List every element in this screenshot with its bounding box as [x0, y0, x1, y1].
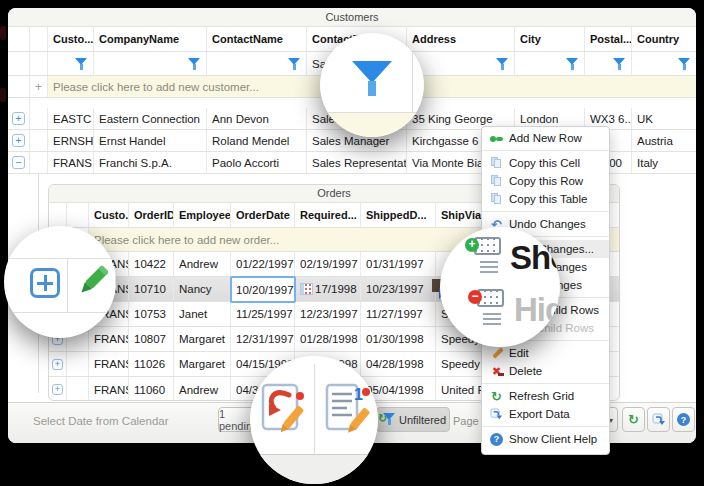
cell-customer-id[interactable]: FRANS	[89, 327, 129, 351]
background-artifact	[0, 88, 6, 102]
menu-item-export-data[interactable]: Export Data	[482, 405, 609, 423]
cell-employee[interactable]: Margaret	[174, 352, 231, 376]
cell-company-name[interactable]: Eastern Connection	[94, 108, 207, 129]
cell-employee[interactable]: Janet	[174, 302, 231, 326]
row-indicator-cell	[67, 377, 89, 401]
filter-contact-name[interactable]	[207, 52, 307, 75]
cell-order-id[interactable]: 11026	[129, 352, 174, 376]
header-contact-name[interactable]: ContactName	[207, 26, 307, 51]
cell-shipped-date[interactable]: 11/27/1997	[361, 302, 436, 326]
filter-icon[interactable]	[288, 58, 301, 70]
header-company-name[interactable]: CompanyName	[94, 26, 207, 51]
cell-order-date[interactable]: 01/22/1997	[231, 252, 295, 276]
menu-item-delete[interactable]: ✖Delete	[482, 362, 609, 380]
filter-company-name[interactable]	[94, 52, 207, 75]
header-indicator-column	[30, 26, 48, 51]
menu-item-copy-row[interactable]: Copy this Row	[482, 172, 609, 190]
filter-customer-id[interactable]	[48, 52, 94, 75]
header-postal-code[interactable]: Postal...	[585, 26, 632, 51]
addrow-indicator-cell: +	[30, 76, 48, 97]
header-country[interactable]: Country	[632, 26, 696, 51]
filter-refresh-icon: ↻	[380, 413, 395, 426]
cell-order-id[interactable]: 10807	[129, 327, 174, 351]
cell-customer-id[interactable]: EASTC	[48, 108, 94, 129]
cell-order-id[interactable]: 10710	[129, 277, 174, 301]
header-shipped-date[interactable]: ShippedD...	[361, 202, 436, 227]
cell-required-date[interactable]: 02/19/1997	[295, 252, 361, 276]
calendar-icon[interactable]	[300, 283, 313, 295]
cell-country[interactable]: Austria	[632, 130, 696, 151]
cell-customer-id[interactable]: FRANS	[48, 152, 94, 173]
export-icon	[652, 413, 666, 427]
cell-shipped-date[interactable]: 01/31/1997	[361, 252, 436, 276]
add-row-icon	[490, 134, 503, 143]
expand-icon[interactable]: +	[52, 359, 63, 370]
header-customer-id[interactable]: Custo...	[48, 26, 94, 51]
cell-customer-id[interactable]: FRANS	[89, 352, 129, 376]
cell-required-date[interactable]: 12/23/1997	[295, 302, 361, 326]
magnified-show-rows-icon: +	[465, 237, 501, 275]
menu-item-copy-cell[interactable]: Copy this Cell	[482, 154, 609, 172]
cell-contact-name[interactable]: Paolo Accorti	[207, 152, 307, 173]
header-order-id[interactable]: OrderID	[129, 202, 174, 227]
refresh-grid-button[interactable]: ↻	[622, 407, 645, 432]
cell-order-id[interactable]: 11060	[129, 377, 174, 401]
filter-icon[interactable]	[678, 58, 691, 70]
help-button[interactable]: ?	[672, 407, 695, 432]
cell-customer-id[interactable]: ERNSH	[48, 130, 94, 151]
cell-shipped-date[interactable]: 04/28/1998	[361, 352, 436, 376]
cell-company-name[interactable]: Franchi S.p.A.	[94, 152, 207, 173]
filter-address[interactable]	[407, 52, 515, 75]
cell-employee[interactable]: Andrew	[174, 252, 231, 276]
header-order-date[interactable]: OrderDate	[231, 202, 295, 227]
filter-icon[interactable]	[613, 58, 626, 70]
row-expand-cell[interactable]: −	[8, 152, 30, 173]
filter-icon[interactable]	[496, 58, 509, 70]
cell-contact-name[interactable]: Roland Mendel	[207, 130, 307, 151]
order-date-edit-cell[interactable]: 10/20/1997	[230, 276, 296, 303]
header-address[interactable]: Address	[407, 26, 515, 51]
cell-employee[interactable]: Nancy	[174, 277, 231, 301]
menu-item-copy-table[interactable]: Copy this Table	[482, 190, 609, 208]
cell-required-date[interactable]: 01/28/1998	[295, 327, 361, 351]
magnified-hide-rows-icon: −	[468, 289, 504, 327]
row-expand-cell[interactable]: +	[49, 377, 67, 401]
menu-item-show-client-help[interactable]: ?Show Client Help	[482, 430, 609, 448]
cell-contact-name[interactable]: Ann Devon	[207, 108, 307, 129]
cell-order-id[interactable]: 10753	[129, 302, 174, 326]
cell-contact-title[interactable]: Sales Representative	[307, 152, 407, 173]
menu-item-refresh-grid[interactable]: ↻Refresh Grid	[482, 387, 609, 405]
cell-customer-id[interactable]: FRANS	[89, 377, 129, 401]
menu-item-add-new-row[interactable]: Add New Row	[482, 129, 609, 147]
header-required-date[interactable]: Required...	[295, 202, 361, 227]
cell-order-date[interactable]: 12/31/1997	[231, 327, 295, 351]
cell-shipped-date[interactable]: 01/30/1998	[361, 327, 436, 351]
expand-icon[interactable]: +	[12, 134, 25, 147]
row-expand-cell[interactable]: +	[8, 108, 30, 129]
collapse-icon[interactable]: −	[12, 156, 25, 169]
header-customer-id[interactable]: Custo...	[89, 202, 129, 227]
cell-order-date[interactable]: 11/25/1997	[231, 302, 295, 326]
expand-icon[interactable]: +	[52, 384, 63, 395]
cell-required-date[interactable]: 17/1998	[295, 277, 361, 301]
cell-order-id[interactable]: 10422	[129, 252, 174, 276]
cell-employee[interactable]: Margaret	[174, 327, 231, 351]
row-expand-cell[interactable]: +	[8, 130, 30, 151]
export-data-button[interactable]	[647, 407, 670, 432]
header-employee-id[interactable]: EmployeeID	[174, 202, 231, 227]
filter-icon[interactable]	[566, 58, 579, 70]
filter-city[interactable]	[515, 52, 585, 75]
cell-company-name[interactable]: Ernst Handel	[94, 130, 207, 151]
cell-country[interactable]: Italy	[632, 152, 696, 173]
filter-postal-code[interactable]	[585, 52, 632, 75]
cell-employee[interactable]: Andrew	[174, 377, 231, 401]
unfiltered-button[interactable]: ↻ Unfiltered	[376, 407, 450, 432]
cell-country[interactable]: UK	[632, 108, 696, 129]
filter-icon[interactable]	[75, 58, 88, 70]
header-city[interactable]: City	[515, 26, 585, 51]
cell-shipped-date[interactable]: 10/23/1997	[361, 277, 436, 301]
row-expand-cell[interactable]: +	[49, 352, 67, 376]
filter-country[interactable]	[632, 52, 696, 75]
expand-icon[interactable]: +	[12, 112, 25, 125]
filter-icon[interactable]	[188, 58, 201, 70]
